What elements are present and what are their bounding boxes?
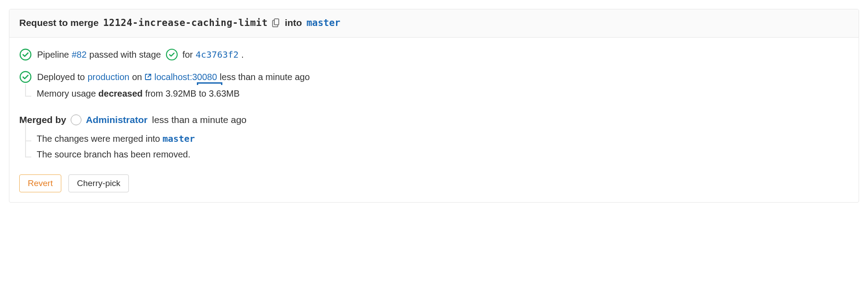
- external-link-icon: [145, 72, 152, 80]
- svg-rect-0: [275, 19, 279, 25]
- merge-request-widget: Request to merge 12124-increase-caching-…: [9, 9, 859, 203]
- environment-link[interactable]: production: [88, 72, 129, 82]
- memory-text: Memory usage decreased from 3.92MB to 3.…: [37, 89, 240, 101]
- deploy-time: less than a minute ago: [220, 72, 310, 82]
- source-removed-row: The source branch has been removed.: [23, 149, 849, 162]
- memory-values: from 3.92MB to 3.63MB: [145, 89, 239, 98]
- svg-point-3: [20, 72, 31, 82]
- tree-connector-icon: [23, 149, 37, 162]
- pipeline-period: .: [241, 50, 244, 60]
- memory-row: Memory usage decreased from 3.92MB to 3.…: [23, 89, 849, 101]
- commit-link[interactable]: 4c3763f2: [196, 49, 238, 60]
- request-to-merge-label: Request to merge: [19, 17, 98, 28]
- avatar[interactable]: [71, 115, 81, 125]
- merged-by-label: Merged by: [19, 115, 66, 125]
- pipeline-text: Pipeline #82 passed with stage for 4c376…: [37, 48, 244, 61]
- deploy-host-link[interactable]: localhost:30080: [154, 72, 217, 82]
- status-success-icon: [19, 48, 32, 61]
- pipeline-id-link[interactable]: #82: [72, 50, 86, 60]
- source-branch: 12124-increase-caching-limit: [103, 17, 268, 28]
- merged-into-text: The changes were merged into master: [37, 133, 195, 146]
- merge-request-body: Pipeline #82 passed with stage for 4c376…: [9, 38, 859, 202]
- source-removed-text: The source branch has been removed.: [37, 149, 191, 162]
- pipeline-for-label: for: [183, 50, 193, 60]
- status-success-icon: [19, 71, 32, 83]
- memory-prefix: Memory usage: [37, 89, 96, 98]
- merged-by-row: Merged by Administrator less than a minu…: [19, 115, 849, 125]
- merged-into-prefix: The changes were merged into: [37, 134, 160, 144]
- copy-branch-icon[interactable]: [272, 18, 280, 27]
- into-label: into: [285, 17, 302, 28]
- cherry-pick-button[interactable]: Cherry-pick: [68, 174, 129, 192]
- target-branch[interactable]: master: [306, 17, 340, 28]
- pipeline-label: Pipeline: [37, 50, 69, 60]
- pipeline-passed-label: passed with stage: [89, 50, 161, 60]
- deploy-on-label: on: [132, 72, 142, 82]
- merge-request-header: Request to merge 12124-increase-caching-…: [9, 9, 859, 38]
- revert-button[interactable]: Revert: [19, 174, 61, 192]
- merged-into-branch[interactable]: master: [162, 133, 195, 144]
- merged-by-user-link[interactable]: Administrator: [86, 115, 148, 125]
- deployed-to-label: Deployed to: [37, 72, 85, 82]
- deploy-text: Deployed to production on localhost:3008…: [37, 72, 310, 82]
- pipeline-status-row: Pipeline #82 passed with stage for 4c376…: [19, 48, 849, 61]
- merged-into-row: The changes were merged into master: [23, 133, 849, 146]
- merged-time: less than a minute ago: [152, 115, 247, 125]
- tree-connector-icon: [23, 89, 37, 101]
- stage-success-icon[interactable]: [166, 48, 178, 61]
- action-buttons: Revert Cherry-pick: [19, 174, 849, 192]
- memory-direction: decreased: [98, 89, 143, 98]
- svg-point-1: [20, 49, 31, 60]
- deploy-status-row: Deployed to production on localhost:3008…: [19, 71, 849, 83]
- svg-point-2: [166, 49, 177, 60]
